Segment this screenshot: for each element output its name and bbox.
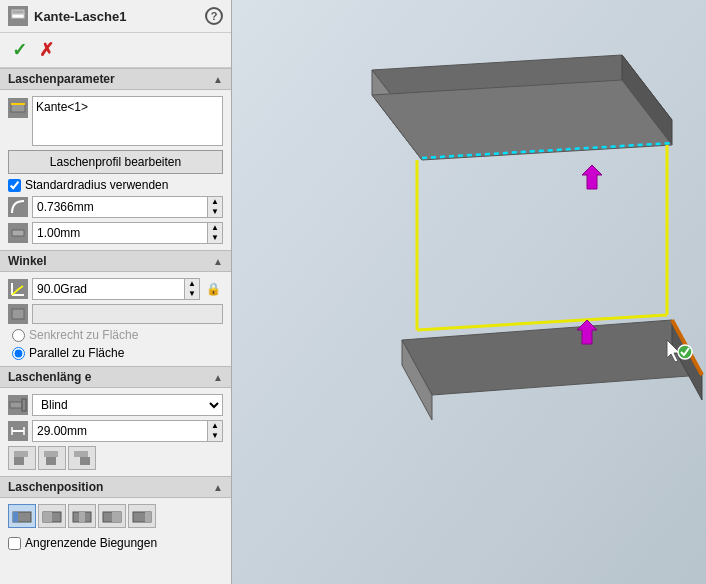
3d-svg: [232, 0, 706, 584]
radius-spinner[interactable]: 0.7366mm ▲ ▼: [32, 196, 223, 218]
left-panel: Kante-Lasche1 ? ✓ ✗ Laschenparameter ▲ K…: [0, 0, 232, 584]
blind-select[interactable]: Blind Aussen Innen Bis Kante: [33, 395, 222, 415]
radius-down-btn[interactable]: ▼: [208, 207, 222, 217]
angle-text-icon: [8, 304, 28, 324]
angle-spinner-btns: ▲ ▼: [184, 279, 199, 299]
senkrecht-radio[interactable]: [12, 329, 25, 342]
standardradius-label: Standardradius verwenden: [25, 178, 168, 192]
laschenlange-label: Laschenläng e: [8, 370, 91, 384]
thickness-icon: [8, 223, 28, 243]
svg-marker-33: [372, 80, 672, 160]
angle-down-btn[interactable]: ▼: [185, 289, 199, 299]
lock-icon: 🔒: [204, 282, 223, 296]
laschenlange-section-header[interactable]: Laschenläng e ▲: [0, 366, 231, 388]
blind-row: Blind Aussen Innen Bis Kante: [8, 394, 223, 416]
angrenzende-checkbox[interactable]: [8, 537, 21, 550]
svg-rect-11: [14, 457, 24, 465]
winkel-section-header[interactable]: Winkel ▲: [0, 250, 231, 272]
laschenparameter-section-header[interactable]: Laschenparameter ▲: [0, 68, 231, 90]
thickness-down-btn[interactable]: ▼: [208, 233, 222, 243]
angle-text-input[interactable]: [33, 305, 222, 323]
length-spinner[interactable]: 29.00mm ▲ ▼: [32, 420, 223, 442]
angle-text-field[interactable]: [32, 304, 223, 324]
check-icon: ✓: [12, 39, 27, 61]
thickness-row: 1.00mm ▲ ▼: [8, 222, 223, 244]
svg-rect-4: [12, 230, 24, 236]
svg-rect-14: [44, 451, 58, 457]
confirm-button[interactable]: ✓: [8, 37, 31, 63]
angle-row: 90.0Grad ▲ ▼ 🔒: [8, 278, 223, 300]
thickness-up-btn[interactable]: ▲: [208, 223, 222, 233]
cancel-button[interactable]: ✗: [35, 37, 58, 63]
svg-rect-16: [74, 451, 88, 457]
pos-btn-1[interactable]: [8, 504, 36, 528]
edge-value: Kante<1>: [36, 100, 88, 114]
laschenposition-arrow: ▲: [213, 482, 223, 493]
senkrecht-label: Senkrecht zu Fläche: [29, 328, 138, 342]
angrenzende-label: Angrenzende Biegungen: [25, 536, 157, 550]
laschenposition-label: Laschenposition: [8, 480, 103, 494]
pos-btn-2[interactable]: [38, 504, 66, 528]
length-spinner-btns: ▲ ▼: [207, 421, 222, 441]
thickness-spinner[interactable]: 1.00mm ▲ ▼: [32, 222, 223, 244]
svg-rect-7: [22, 399, 26, 411]
svg-rect-26: [145, 512, 151, 522]
profile-button[interactable]: Laschenprofil bearbeiten: [8, 150, 223, 174]
svg-rect-15: [80, 457, 90, 465]
svg-rect-5: [12, 309, 24, 319]
standardradius-checkbox[interactable]: [8, 179, 21, 192]
svg-rect-0: [12, 14, 24, 18]
header-left: Kante-Lasche1: [8, 6, 126, 26]
angle-spinner[interactable]: 90.0Grad ▲ ▼: [32, 278, 200, 300]
svg-rect-13: [46, 457, 56, 465]
radio1-row: Senkrecht zu Fläche: [8, 328, 223, 342]
laschenparameter-arrow: ▲: [213, 74, 223, 85]
svg-rect-2: [11, 104, 25, 112]
angle-text-row: [8, 304, 223, 324]
winkel-content: 90.0Grad ▲ ▼ 🔒 Senkrecht zu Fläche: [0, 272, 231, 366]
thickness-spinner-btns: ▲ ▼: [207, 223, 222, 243]
winkel-arrow: ▲: [213, 256, 223, 267]
flip-btn-1[interactable]: [8, 446, 36, 470]
edge-list[interactable]: Kante<1>: [32, 96, 223, 146]
angle-icon: [8, 279, 28, 299]
svg-rect-1: [12, 10, 24, 14]
angle-up-btn[interactable]: ▲: [185, 279, 199, 289]
viewport-3d[interactable]: [232, 0, 706, 584]
laschenparameter-content: Kante<1> Laschenprofil bearbeiten Standa…: [0, 90, 231, 250]
laschenlange-arrow: ▲: [213, 372, 223, 383]
thickness-input[interactable]: 1.00mm: [33, 224, 207, 242]
svg-rect-18: [13, 512, 18, 522]
svg-rect-6: [10, 402, 22, 408]
length-row: 29.00mm ▲ ▼: [8, 420, 223, 442]
blind-select-container[interactable]: Blind Aussen Innen Bis Kante: [32, 394, 223, 416]
radius-icon: [8, 197, 28, 217]
help-button[interactable]: ?: [205, 7, 223, 25]
angle-input[interactable]: 90.0Grad: [33, 280, 184, 298]
parallel-label: Parallel zu Fläche: [29, 346, 124, 360]
x-icon: ✗: [39, 39, 54, 61]
svg-rect-20: [43, 512, 52, 522]
radius-input[interactable]: 0.7366mm: [33, 198, 207, 216]
laschenposition-section-header[interactable]: Laschenposition ▲: [0, 476, 231, 498]
panel-header: Kante-Lasche1 ?: [0, 0, 231, 33]
laschenposition-content: Angrenzende Biegungen: [0, 498, 231, 556]
flip-btn-2[interactable]: [38, 446, 66, 470]
length-down-btn[interactable]: ▼: [208, 431, 222, 441]
pos-btn-5[interactable]: [128, 504, 156, 528]
svg-rect-22: [79, 512, 85, 522]
flip-btn-3[interactable]: [68, 446, 96, 470]
pos-btn-3[interactable]: [68, 504, 96, 528]
shape-container: [232, 0, 706, 584]
parallel-radio[interactable]: [12, 347, 25, 360]
length-up-btn[interactable]: ▲: [208, 421, 222, 431]
panel-title: Kante-Lasche1: [34, 9, 126, 24]
length-input[interactable]: 29.00mm: [33, 422, 207, 440]
radius-up-btn[interactable]: ▲: [208, 197, 222, 207]
edge-row: Kante<1>: [8, 96, 223, 146]
position-icons-row: [8, 504, 223, 528]
pos-btn-4[interactable]: [98, 504, 126, 528]
blind-icon: [8, 395, 28, 415]
standardradius-row: Standardradius verwenden: [8, 178, 223, 192]
kante-lasche-icon: [8, 6, 28, 26]
